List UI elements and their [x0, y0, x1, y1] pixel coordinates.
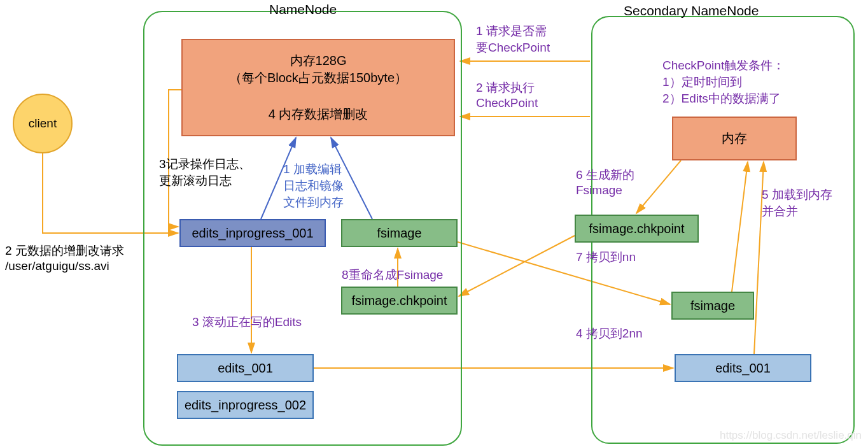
- mem-line2: （每个Block占元数据150byte）: [229, 69, 407, 87]
- snn-memory-box: 内存: [672, 117, 797, 160]
- secondary-namenode-title: Secondary NameNode: [624, 3, 759, 18]
- mem-line1: 内存128G: [290, 52, 347, 69]
- label-ask-2: 2 请求执行 CheckPoint: [476, 80, 538, 110]
- namenode-memory-box: 内存128G （每个Block占元数据150byte） 4 内存数据增删改: [181, 39, 455, 136]
- label-roll-3: 3 滚动正在写的Edits: [192, 314, 302, 330]
- label-gen-6: 6 生成新的 Fsimage: [576, 167, 634, 197]
- edits-inprogress-002: edits_inprogress_002: [177, 391, 314, 419]
- label-copy-4: 4 拷贝到2nn: [576, 325, 643, 342]
- mem-line3: 4 内存数据增删改: [269, 106, 368, 123]
- label-ask-1: 1 请求是否需 要CheckPoint: [476, 23, 550, 56]
- edits-001-snn: edits_001: [675, 354, 811, 382]
- label-log-3: 3记录操作日志、 更新滚动日志: [159, 156, 251, 189]
- label-checkpoint-conditions: CheckPoint触发条件： 1）定时时间到 2）Edits中的数据满了: [662, 57, 785, 107]
- fsimage-chkpoint-snn: fsimage.chkpoint: [575, 215, 699, 243]
- namenode-title: NameNode: [269, 2, 337, 17]
- label-load-1: 1 加载编辑 日志和镜像 文件到内存: [283, 161, 344, 211]
- label-rename-8: 8重命名成Fsimage: [342, 267, 443, 283]
- label-copy-7: 7 拷贝到nn: [576, 249, 636, 266]
- label-request-2: 2 元数据的增删改请求 /user/atguigu/ss.avi: [5, 243, 124, 273]
- fsimage-snn: fsimage: [671, 292, 754, 320]
- fsimage-nn: fsimage: [341, 219, 458, 247]
- client-node: client: [13, 94, 73, 153]
- edits-001-nn: edits_001: [177, 354, 314, 382]
- svg-line-6: [459, 236, 575, 296]
- watermark: https://blog.csdn.net/leslie.qin: [720, 429, 862, 442]
- fsimage-chkpoint-nn: fsimage.chkpoint: [341, 287, 458, 315]
- label-load-5: 5 加载到内存 并合并: [762, 187, 832, 220]
- edits-inprogress-001: edits_inprogress_001: [179, 219, 326, 247]
